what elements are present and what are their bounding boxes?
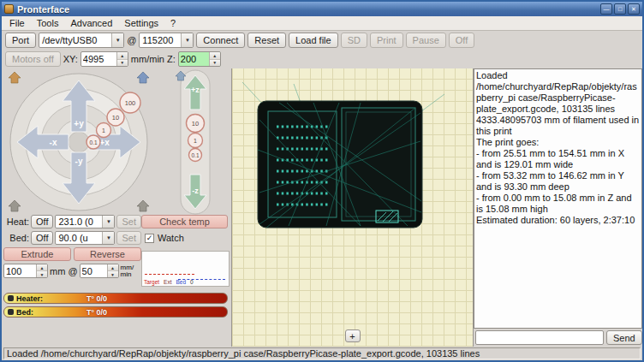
heater-gauge[interactable]: Heater: T° 0/0 [3,293,228,304]
graph-legend: Target Ext Bed 0 [144,279,194,285]
jog-y-plus-label: +y [74,119,84,128]
chevron-down-icon[interactable]: ▼ [181,33,193,47]
spinner-arrows-icon[interactable]: ▲▼ [209,52,220,66]
xy-jog-pad[interactable]: +y -y -x +x 100 10 1 0.1 [5,68,152,216]
connect-button[interactable]: Connect [196,33,245,48]
bed-temp-value: 90.0 (u [56,233,102,243]
z-step-1-badge[interactable]: 1 [188,134,203,148]
menu-item-file[interactable]: File [3,17,31,29]
bed-gauge[interactable]: Bed: T° 0/0 [3,306,228,317]
heater-gauge-value: T° 0/0 [86,294,107,303]
svg-text:100: 100 [125,99,136,107]
thermometer-icon [8,295,14,301]
heat-off-button[interactable]: Off [31,215,53,228]
log-line: Loaded /home/churchyard/RepRap/objekty/r… [476,70,640,115]
svg-text:0.1: 0.1 [191,152,199,158]
heat-label: Heat: [3,217,29,227]
chevron-down-icon[interactable]: ▼ [111,33,123,47]
jog-y-minus-label: -y [75,157,83,166]
home-all-icon[interactable] [137,200,149,211]
jog-step-1-badge[interactable]: 1 [97,123,111,138]
motion-toolbar: Motors off XY: ▲▼ mm/min Z: ▲▼ [2,50,642,68]
menu-item-tools[interactable]: Tools [31,17,65,29]
command-input[interactable] [475,330,604,345]
log-panel: Loaded /home/churchyard/RepRap/objekty/r… [474,68,642,347]
heat-set-button[interactable]: Set [116,215,141,228]
extrude-speed-input[interactable] [80,264,107,277]
menu-item-settings[interactable]: Settings [118,17,164,29]
home-y-icon[interactable] [137,72,149,83]
maximize-button[interactable]: □ [614,3,626,15]
log-text-area[interactable]: Loaded /home/churchyard/RepRap/objekty/r… [474,68,642,329]
home-xy-icon[interactable] [9,72,21,83]
bed-off-button[interactable]: Off [31,231,53,245]
zoom-in-button[interactable]: + [345,329,361,342]
temperature-graph: Target Ext Bed 0 [141,251,230,287]
titlebar[interactable]: Pronterface — □ ✕ [2,2,642,16]
chevron-down-icon[interactable]: ▼ [102,232,114,244]
motors-off-button[interactable]: Motors off [5,51,61,67]
jog-step-10-badge[interactable]: 10 [107,109,124,126]
menu-item-help[interactable]: ? [164,17,182,29]
target-temp-line [145,274,194,275]
extrude-button[interactable]: Extrude [3,247,71,261]
close-button[interactable]: ✕ [628,3,640,15]
send-button[interactable]: Send [606,330,642,345]
window-title: Pronterface [17,4,597,15]
svg-text:10: 10 [192,120,199,128]
watch-control[interactable]: ✓ Watch [145,233,184,243]
log-line: - from 53.32 mm to 146.62 mm in Y and is… [476,170,640,193]
heat-row: Heat: Off 231.0 (0 ▼ Set [3,215,141,228]
reset-button[interactable]: Reset [247,33,286,48]
print-button[interactable]: Print [370,33,403,48]
extrude-speed-spinner[interactable]: ▲▼ [80,264,119,278]
reverse-button[interactable]: Reverse [74,247,141,261]
xy-feed-label: XY: [63,54,78,64]
log-line: - from 0.00 mm to 15.08 mm in Z and is 1… [476,193,640,215]
z-step-01-badge[interactable]: 0.1 [189,149,202,162]
mm-at-label: mm @ [50,266,78,276]
load-file-button[interactable]: Load file [289,33,338,48]
jog-step-100-badge[interactable]: 100 [120,92,140,113]
port-button[interactable]: Port [5,33,36,48]
minimize-button[interactable]: — [600,3,612,15]
heat-temp-combo[interactable]: 231.0 (0 ▼ [55,215,115,228]
heat-temp-value: 231.0 (0 [56,217,102,227]
jog-step-01-badge[interactable]: 0.1 [86,135,100,149]
pause-button[interactable]: Pause [406,33,446,48]
watch-label: Watch [158,233,184,243]
z-feed-input[interactable] [179,52,209,66]
send-row: Send [474,329,642,347]
off-button[interactable]: Off [449,33,474,48]
baud-combo[interactable]: 115200 ▼ [139,33,194,48]
svg-text:10: 10 [112,114,119,122]
log-line: - from 25.51 mm to 154.51 mm in X and is… [476,148,640,170]
spinner-arrows-icon[interactable]: ▲▼ [107,264,118,277]
bed-temp-combo[interactable]: 90.0 (u ▼ [55,231,115,245]
svg-text:1: 1 [102,128,105,134]
xy-feed-spinner[interactable]: ▲▼ [80,51,128,67]
extrude-length-spinner[interactable]: ▲▼ [3,264,48,278]
control-panel: +y -y -x +x 100 10 1 0.1 [2,68,231,347]
svg-text:0.1: 0.1 [89,139,97,145]
spinner-arrows-icon[interactable]: ▲▼ [36,264,47,277]
log-line: 4333.48095703 mm of filament used in thi… [476,115,640,137]
home-x-icon[interactable] [9,200,21,211]
pronterface-window: Pronterface — □ ✕ File Tools Advanced Se… [0,0,644,362]
check-temp-button[interactable]: Check temp [141,215,228,228]
bed-set-button[interactable]: Set [116,231,141,245]
log-line: Estimated duration: 60 layers, 2:37:10 [476,215,640,226]
z-feed-spinner[interactable]: ▲▼ [178,51,221,67]
gcode-viewer[interactable]: + [231,68,474,347]
extrude-length-input[interactable] [4,264,36,277]
xy-feed-input[interactable] [81,52,116,66]
chevron-down-icon[interactable]: ▼ [102,216,114,228]
baud-combo-value: 115200 [140,35,181,45]
z-jog-strip[interactable]: +z 10 1 0.1 -z [175,68,214,216]
watch-checkbox[interactable]: ✓ [145,234,154,243]
menu-item-advanced[interactable]: Advanced [64,17,118,29]
spinner-arrows-icon[interactable]: ▲▼ [116,52,128,66]
z-step-10-badge[interactable]: 10 [187,115,205,133]
port-combo[interactable]: /dev/ttyUSB0 ▼ [39,33,124,48]
sd-button[interactable]: SD [341,33,367,48]
